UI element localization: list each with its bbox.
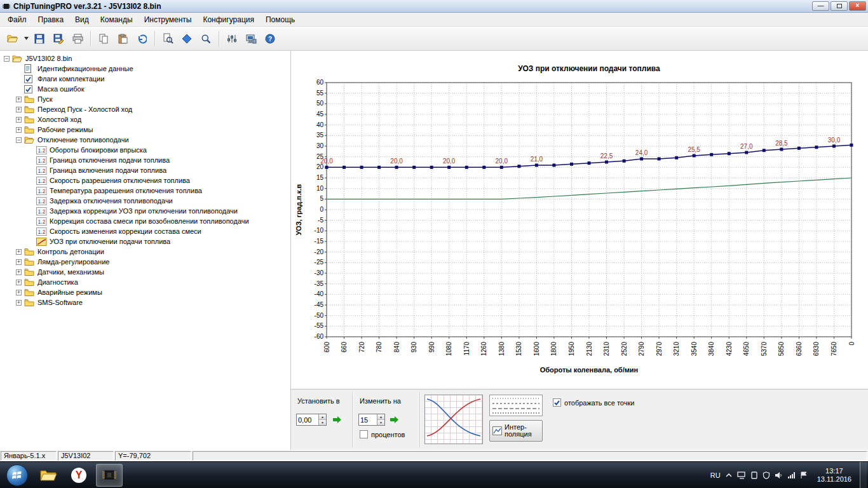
menu-item[interactable]: Правка bbox=[32, 13, 70, 26]
language-indicator[interactable]: RU bbox=[710, 471, 721, 479]
spin-down-icon[interactable]: ▼ bbox=[319, 420, 326, 425]
start-button[interactable] bbox=[6, 464, 28, 486]
spin-up-icon[interactable]: ▲ bbox=[377, 414, 384, 420]
undo-button[interactable] bbox=[133, 30, 151, 48]
save-as-button[interactable] bbox=[50, 30, 67, 48]
expand-icon[interactable]: + bbox=[16, 117, 22, 123]
taskbar-explorer-button[interactable] bbox=[35, 464, 62, 487]
tree-item[interactable]: 1.2Температура разрешения отключения топ… bbox=[0, 186, 290, 196]
show-all-points-row[interactable]: отображать все точки bbox=[553, 398, 634, 407]
tree-item[interactable]: +Аварийные режимы bbox=[0, 287, 290, 297]
tree-item[interactable]: Идентификационные данные bbox=[0, 64, 290, 74]
collapse-icon[interactable]: − bbox=[16, 137, 22, 143]
show-all-points-checkbox[interactable] bbox=[553, 398, 561, 407]
expand-icon[interactable]: + bbox=[16, 249, 22, 255]
set-to-spinedit[interactable]: ▲▼ bbox=[296, 414, 327, 426]
collapse-icon[interactable]: − bbox=[4, 56, 10, 62]
tree-item-label: Обороты блокировки впрыска bbox=[50, 146, 147, 154]
hardware-button[interactable] bbox=[242, 30, 260, 48]
expand-icon[interactable]: + bbox=[16, 259, 22, 265]
tree-item[interactable]: +Контроль детонации bbox=[0, 247, 290, 257]
show-hidden-icons-icon[interactable] bbox=[725, 471, 733, 479]
taskbar-chiptuningpro-button[interactable] bbox=[96, 464, 123, 487]
menu-item[interactable]: Конфигурация bbox=[197, 13, 260, 26]
tree-item[interactable]: 1.2Граница отключения подачи топлива bbox=[0, 155, 290, 165]
tree-item[interactable]: 1.2Обороты блокировки впрыска bbox=[0, 145, 290, 155]
menu-item[interactable]: Помощь bbox=[260, 13, 301, 26]
spin-up-icon[interactable]: ▲ bbox=[319, 414, 326, 420]
tree-item[interactable]: +Диагностика bbox=[0, 277, 290, 287]
tree-item[interactable]: +Переход Пуск - Холостой ход bbox=[0, 104, 290, 114]
paste-button[interactable] bbox=[114, 30, 132, 48]
menu-item[interactable]: Файл bbox=[2, 13, 32, 26]
tree-item[interactable]: +Датчики, механизмы bbox=[0, 267, 290, 277]
preview-button[interactable] bbox=[159, 30, 177, 48]
uoz-chart[interactable]: -60-55-50-45-40-35-30-25-20-15-10-505101… bbox=[291, 51, 867, 389]
close-button[interactable]: × bbox=[849, 1, 866, 11]
open-dropdown-caret[interactable] bbox=[22, 30, 30, 48]
action-center-icon[interactable] bbox=[800, 471, 808, 479]
clock[interactable]: 13:17 13.11.2016 bbox=[817, 467, 851, 484]
expand-icon[interactable]: + bbox=[16, 97, 22, 102]
maximize-button[interactable] bbox=[831, 1, 848, 11]
volume-icon[interactable] bbox=[775, 471, 783, 479]
zoom-button[interactable] bbox=[197, 30, 215, 48]
tree-item[interactable]: 1.2Коррекция состава смеси при возобновл… bbox=[0, 216, 290, 226]
tree-item[interactable]: +Рабочие режимы bbox=[0, 125, 290, 135]
function-editor-button[interactable] bbox=[424, 395, 483, 444]
spin-down-icon[interactable]: ▼ bbox=[377, 420, 384, 425]
compare-button[interactable] bbox=[178, 30, 196, 48]
menu-item[interactable]: Вид bbox=[69, 13, 95, 26]
change-by-spin-arrows[interactable]: ▲▼ bbox=[377, 414, 384, 425]
copy-button[interactable] bbox=[95, 30, 112, 48]
folder-icon bbox=[24, 115, 35, 124]
interpolation-button[interactable]: Интер-поляция bbox=[489, 420, 543, 442]
tree-item-label: Граница включения подачи топлива bbox=[50, 166, 166, 174]
expand-icon[interactable]: + bbox=[16, 300, 22, 306]
tree-item[interactable]: +SMS-Software bbox=[0, 297, 290, 308]
minimize-button[interactable]: — bbox=[812, 1, 829, 11]
tree-item[interactable]: 1.2Скорость изменения коррекции состава … bbox=[0, 226, 290, 236]
expand-icon[interactable]: + bbox=[16, 280, 22, 285]
interpolation-pattern-preview[interactable] bbox=[489, 395, 543, 416]
tree-item[interactable]: 1.2Задержка коррекции УОЗ при отключении… bbox=[0, 206, 290, 216]
percent-checkbox[interactable] bbox=[360, 430, 368, 438]
save-button[interactable] bbox=[31, 30, 48, 48]
taskbar-browser-y-button[interactable]: Y bbox=[65, 464, 92, 487]
device-icon[interactable] bbox=[750, 471, 758, 479]
tree-item[interactable]: УОЗ при отключении подачи топлива bbox=[0, 236, 290, 247]
monitor-icon[interactable] bbox=[737, 471, 746, 479]
expand-icon[interactable]: + bbox=[16, 290, 22, 295]
expand-icon[interactable]: + bbox=[16, 127, 22, 133]
expand-icon[interactable]: + bbox=[16, 269, 22, 275]
set-to-spin-arrows[interactable]: ▲▼ bbox=[318, 414, 326, 425]
network-icon[interactable] bbox=[787, 471, 796, 479]
apply-change-button[interactable] bbox=[388, 414, 400, 426]
tree-item[interactable]: 1.2Граница включения подачи топлива bbox=[0, 165, 290, 175]
title-bar[interactable]: ChipTuningPRO ver.3.21 - J5V13I02 8.bin … bbox=[0, 0, 868, 13]
tree-item[interactable]: 1.2Скорость разрешения отключения топлив… bbox=[0, 175, 290, 186]
tree-item[interactable]: −Отключение топливоподачи bbox=[0, 135, 290, 145]
tree-item[interactable]: +Лямда-регулирование bbox=[0, 257, 290, 267]
open-button[interactable] bbox=[4, 30, 22, 48]
tree-item[interactable]: +Холостой ход bbox=[0, 114, 290, 125]
change-by-spinedit[interactable]: ▲▼ bbox=[358, 414, 385, 426]
print-button[interactable] bbox=[69, 30, 86, 48]
menu-item[interactable]: Команды bbox=[95, 13, 139, 26]
options-button[interactable] bbox=[223, 30, 241, 48]
expand-icon[interactable]: + bbox=[16, 107, 22, 112]
apply-set-button[interactable] bbox=[330, 414, 343, 426]
svg-text:УОЗ, град.п.к.в: УОЗ, град.п.к.в bbox=[295, 184, 302, 235]
tree-item[interactable]: Маска ошибок bbox=[0, 84, 290, 94]
set-to-input[interactable] bbox=[297, 414, 318, 425]
change-by-input[interactable] bbox=[359, 414, 377, 425]
tree-item[interactable]: 1.2Задержка отключения топливоподачи bbox=[0, 196, 290, 206]
shield-icon[interactable] bbox=[763, 471, 770, 479]
tree-item[interactable]: Флаги комплектации bbox=[0, 74, 290, 84]
percent-checkbox-row[interactable]: процентов bbox=[360, 430, 405, 438]
tree-item[interactable]: −J5V13I02 8.bin bbox=[0, 53, 290, 64]
help-button[interactable]: ? bbox=[261, 30, 279, 48]
show-desktop-button[interactable] bbox=[860, 462, 867, 488]
tree-item[interactable]: +Пуск bbox=[0, 94, 290, 104]
menu-item[interactable]: Инструменты bbox=[139, 13, 198, 26]
